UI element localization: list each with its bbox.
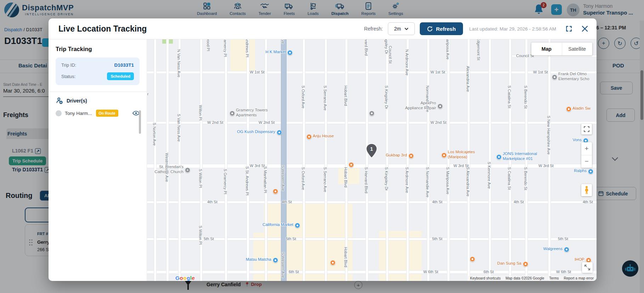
keyboard-shortcuts-link[interactable]: Keyboard shortcuts	[470, 276, 501, 280]
poi-marker-food	[566, 106, 571, 112]
map-type-toggle: Map Satellite	[531, 43, 592, 55]
poi-marker-food	[349, 162, 354, 167]
map-fit-bounds-button[interactable]	[581, 124, 592, 134]
street-label: S Normandie Ave	[425, 167, 430, 197]
view-driver-eye-button[interactable]	[132, 111, 140, 116]
street-label: Hobart Blvd	[344, 85, 348, 106]
street-line	[147, 164, 597, 168]
street-label: W 3rd St	[538, 164, 554, 168]
status-badge: Scheduled	[107, 72, 134, 80]
driver-status-badge: On Route	[96, 110, 118, 117]
street-label: 6th St	[484, 270, 494, 274]
last-updated-text: Last updated: Mar 29, 2026 - 2:58:56 AM	[469, 26, 556, 32]
poi-marker-food	[523, 261, 528, 267]
stop-marker-1[interactable]: 1	[366, 143, 377, 158]
poi-label: Anju House	[313, 134, 334, 139]
street-label: W 2nd St	[207, 120, 223, 125]
pegman-control[interactable]	[581, 184, 592, 196]
refresh-button[interactable]: Refresh	[420, 22, 463, 35]
refresh-interval-value: 2m	[394, 26, 401, 32]
street-label: S St. Andrews Pl	[245, 166, 249, 195]
eye-icon	[132, 111, 140, 116]
poi-label: Matsu Matcha	[246, 257, 271, 262]
live-location-tracking-modal: Live Location Tracking Refresh: 2m Refre…	[49, 18, 597, 281]
street-label: 4th St	[583, 200, 593, 204]
map-type-map[interactable]: Map	[531, 43, 562, 55]
street-label: S Alexandria Ave	[466, 167, 470, 197]
refresh-interval-label: Refresh:	[364, 26, 383, 32]
divider	[49, 92, 147, 92]
street-label: 6th St	[289, 270, 299, 274]
zoom-out-button[interactable]: −	[581, 155, 592, 168]
map-attribution: Keyboard shortcuts Map data ©2026 Google…	[467, 276, 597, 281]
poi-label: California Market	[262, 222, 293, 227]
street-line	[325, 39, 327, 281]
street-label: S Kingsley Dr	[384, 167, 389, 191]
trip-id-label: Trip ID:	[61, 62, 76, 68]
terms-link[interactable]: Terms	[549, 276, 559, 280]
poi-label: Los Molcajetes (Mariposa)	[448, 150, 475, 160]
zoom-in-button[interactable]: +	[581, 142, 592, 155]
close-icon[interactable]	[582, 26, 588, 32]
poi-marker-food	[306, 134, 312, 139]
street-label: S Western Ave	[281, 252, 285, 278]
street-label: W 6th St	[556, 270, 571, 274]
map-canvas[interactable]: Map Satellite + − Google Keyboard shortc…	[147, 39, 597, 281]
street-label: Alexandria Ave	[466, 66, 470, 92]
map-expand-button[interactable]	[582, 262, 593, 273]
street-line	[247, 39, 249, 281]
chevron-down-icon	[405, 28, 408, 30]
street-line	[281, 39, 286, 281]
fit-bounds-icon	[584, 126, 589, 132]
street-label: Hobart Blvd	[344, 167, 348, 187]
street-label: S Serrano Ave	[323, 167, 327, 192]
street-label: ster	[147, 92, 148, 96]
street-line	[489, 39, 491, 281]
street-line	[147, 71, 597, 73]
map-type-satellite[interactable]: Satellite	[562, 43, 593, 55]
google-logo[interactable]: Google	[175, 275, 195, 281]
street-label: W 2nd St	[430, 120, 446, 125]
street-label: S Van Ness Ave	[177, 114, 181, 142]
street-label: S Harvard Blvd	[364, 39, 368, 56]
street-label: S Catalina St	[507, 85, 512, 108]
report-error-link[interactable]: Report a map error	[564, 276, 594, 280]
poi-label: Walgreens	[543, 247, 563, 251]
street-line	[386, 39, 388, 281]
poi-label: Aladin Sw	[572, 106, 591, 111]
poi-marker-place	[437, 104, 443, 109]
street-label: S Oxford Ave	[301, 85, 305, 109]
poi-marker-food	[470, 256, 475, 262]
street-label: S Wilton Pl	[198, 226, 203, 245]
refresh-interval-select[interactable]: 2m	[388, 22, 415, 35]
street-label: W 1st St	[250, 70, 265, 74]
poi-label: Frank Del Olmo Elementary Scho	[558, 72, 589, 82]
poi-label: Dan Sung Sa	[497, 261, 521, 266]
street-line	[147, 271, 597, 273]
status-label: Status:	[61, 74, 75, 79]
poi-label: St. Brendan's Catholic Church	[154, 165, 183, 175]
street-label: S Western Ave	[281, 165, 285, 191]
driver-name: Tony Harm...	[65, 111, 92, 116]
panel-scrollbar[interactable]	[139, 110, 141, 134]
poi-marker-store	[564, 247, 569, 252]
trip-info-card: Trip ID: D1033T1 Status: Scheduled	[56, 57, 140, 85]
street-label: Wilton Pl	[198, 105, 203, 120]
poi-label: OG Kush Dispensary	[237, 129, 275, 134]
poi-marker-place	[369, 111, 374, 116]
poi-marker-church: +	[185, 167, 190, 173]
expand-arrows-icon	[584, 265, 590, 270]
street-label: S Berendo St	[524, 85, 528, 109]
street-line	[265, 39, 267, 281]
fullscreen-icon[interactable]	[565, 25, 572, 32]
street-label: 4th St	[432, 200, 442, 204]
street-label: W 6th St	[423, 270, 438, 274]
poi-marker-food	[408, 153, 414, 159]
street-label: 4th St	[514, 200, 524, 204]
poi-marker-store	[496, 154, 502, 160]
poi-label: IHOP	[575, 257, 584, 262]
refresh-button-label: Refresh	[436, 26, 456, 32]
map-zoom-control: + −	[581, 142, 592, 168]
driver-row[interactable]: Tony Harm... On Route	[56, 110, 140, 117]
street-line	[225, 39, 227, 281]
